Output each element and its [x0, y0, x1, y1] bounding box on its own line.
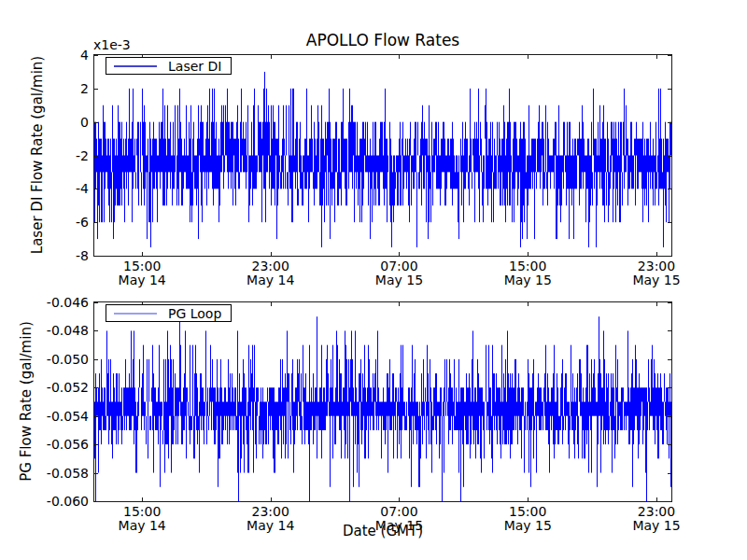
xtick-date: May 15 [614, 273, 698, 287]
laser-di-subplot-xtick-label: 07:00May 15 [357, 259, 441, 287]
xtick-time: 15:00 [486, 505, 570, 519]
legend-label: Laser DI [168, 59, 221, 74]
xtick-date: May 15 [357, 519, 441, 533]
laser-di-subplot-xtick-label: 15:00May 15 [486, 259, 570, 287]
laser-di-subplot-ytick-label: -8 [23, 249, 89, 263]
pg-loop-subplot-ytick-label: -0.054 [23, 409, 89, 423]
laser-di-subplot-ytick-label: -4 [23, 182, 89, 196]
pg-loop-subplot-xtick-label: 23:00May 15 [614, 505, 698, 533]
xtick-date: May 14 [229, 273, 313, 287]
xtick-date: May 14 [229, 519, 313, 533]
pg-loop-subplot-ytick-label: -0.052 [23, 381, 89, 395]
chart-title: APOLLO Flow Rates [93, 31, 672, 49]
laser-di-subplot-ytick-label: -6 [23, 216, 89, 230]
laser-di-subplot-xtick-label: 23:00May 14 [229, 259, 313, 287]
pg-loop-subplot-ytick-label: -0.050 [23, 352, 89, 366]
pg-y-axis-label: PG Flow Rate (gal/min) [18, 321, 35, 482]
laser-di-subplot-ytick-label: 0 [23, 115, 89, 129]
legend-line-sample [114, 65, 157, 67]
legend-line-sample [114, 313, 157, 315]
xtick-date: May 15 [614, 519, 698, 533]
xtick-date: May 15 [486, 273, 570, 287]
xtick-date: May 14 [100, 519, 184, 533]
xtick-time: 15:00 [100, 505, 184, 519]
xtick-time: 23:00 [614, 505, 698, 519]
figure: APOLLO Flow Rates x1e-3 Laser DI Flow Ra… [0, 0, 747, 560]
xtick-date: May 15 [357, 273, 441, 287]
xtick-time: 15:00 [486, 259, 570, 273]
laser-di-plot-canvas [93, 54, 672, 257]
legend-label: PG Loop [168, 306, 221, 321]
xtick-time: 07:00 [357, 259, 441, 273]
pg-loop-subplot-ytick-label: -0.056 [23, 438, 89, 452]
pg-loop-subplot-xtick-label: 15:00May 14 [100, 505, 184, 533]
laser-di-subplot-xtick-label: 15:00May 14 [100, 259, 184, 287]
xtick-date: May 15 [486, 519, 570, 533]
xtick-time: 23:00 [614, 259, 698, 273]
laser-di-subplot-xtick-label: 23:00May 15 [614, 259, 698, 287]
laser-di-subplot-ytick-label: -2 [23, 148, 89, 162]
pg-loop-subplot-ytick-label: -0.048 [23, 324, 89, 338]
pg-loop-plot-canvas [93, 301, 672, 502]
pg-loop-subplot-ytick-label: -0.060 [23, 495, 89, 509]
pg-loop-subplot-xtick-label: 23:00May 14 [229, 505, 313, 533]
y-axis-offset-label: x1e-3 [93, 37, 131, 52]
xtick-time: 07:00 [357, 505, 441, 519]
legend-laser-di: Laser DI [106, 57, 232, 75]
xtick-time: 23:00 [229, 259, 313, 273]
pg-loop-subplot-ytick-label: -0.058 [23, 466, 89, 480]
laser-di-subplot-ytick-label: 2 [23, 81, 89, 95]
legend-pg-loop: PG Loop [106, 304, 232, 322]
xtick-time: 23:00 [229, 505, 313, 519]
pg-loop-subplot-xtick-label: 15:00May 15 [486, 505, 570, 533]
pg-loop-subplot-xtick-label: 07:00May 15 [357, 505, 441, 533]
xtick-time: 15:00 [100, 259, 184, 273]
pg-loop-subplot-ytick-label: -0.046 [23, 296, 89, 310]
xtick-date: May 14 [100, 273, 184, 287]
laser-di-subplot-ytick-label: 4 [23, 49, 89, 63]
